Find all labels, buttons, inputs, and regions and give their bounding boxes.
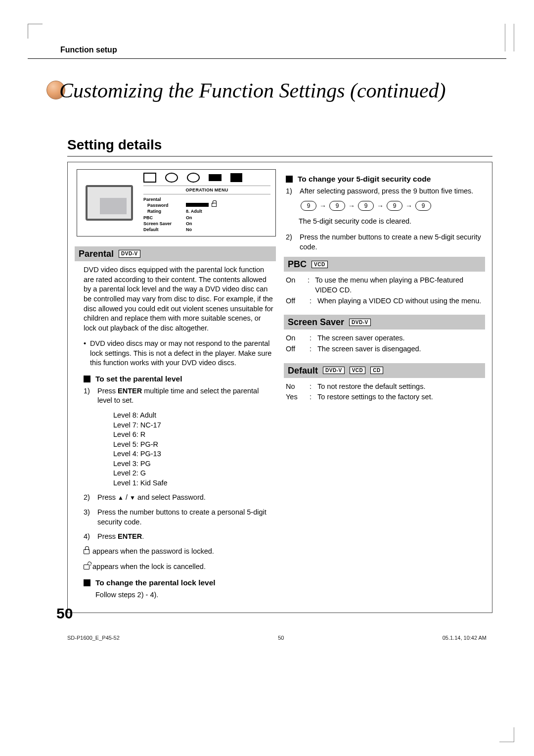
parental-note: DVD video discs may or may not respond t… [84,339,274,368]
osd-menu-title: OPERATION MENU [143,186,270,194]
unlocked-icon [84,565,89,569]
section-label: Function setup [60,46,506,58]
key-sequence: 9→ 9→ 9→ 9→ 9 [301,201,485,211]
lock-icon [212,203,217,207]
footer-timestamp: 05.1.14, 10:42 AM [443,635,487,641]
step-3: 3) Press the number buttons to create a … [84,508,274,527]
title-text: Customizing the Function Settings (conti… [59,79,446,102]
change-security-heading: To change your 5-digit security code [286,174,485,185]
osd-menu-table: Parental Password Rating8. Adult PBCOn S… [143,196,270,233]
step-4: 4) Press ENTER. [84,532,274,542]
step-2: 2) Press ▲ / ▼ and select Password. [84,493,274,503]
default-no: No:To not restore the default settings. [286,382,483,392]
osd-tab-icons [143,173,270,183]
display-icon [209,174,222,181]
parental-levels: Level 8: Adult Level 7: NC-17 Level 6: R… [113,411,274,488]
subheading: Setting details [67,137,506,153]
parental-heading: Parental DVD-V [75,246,276,261]
parental-description: DVD video discs equipped with the parent… [84,265,274,333]
arrow-right-icon: → [319,201,326,211]
osd-screenshot: OPERATION MENU Parental Password Rating8… [77,169,276,236]
ss-on: On:The screen saver operates. [286,333,483,343]
pbc-heading: PBC VCD [284,257,485,272]
square-bullet-icon [286,176,293,183]
dvdv-chip: DVD-V [349,319,371,327]
set-parental-heading: To set the parental level [84,374,276,384]
security-step-2: 2)Press the number buttons to create a n… [286,233,483,252]
target-icon [187,173,200,183]
left-column: OPERATION MENU Parental Password Rating8… [75,169,276,606]
default-heading: Default DVD-V VCD CD [284,363,485,378]
right-column: To change your 5-digit security code 1)A… [284,169,485,606]
security-step-1: 1)After selecting password, press the 9 … [286,187,483,196]
screensaver-heading-text: Screen Saver [288,316,344,328]
change-lock-heading: To change the parental lock level [84,578,276,588]
lock-locked-note: appears when the password is locked. [84,547,274,557]
dvdv-chip: DVD-V [323,367,345,375]
page-title: Customizing the Function Settings (conti… [59,79,506,102]
parental-heading-text: Parental [79,248,114,260]
square-bullet-icon [84,376,90,382]
locked-icon [84,549,89,554]
bullet-icon [84,339,86,368]
default-heading-text: Default [288,365,318,377]
vcd-chip: VCD [350,367,366,375]
arrow-right-icon: → [348,201,355,211]
page-body: Function setup Customizing the Function … [28,24,506,613]
step-1: 1) Press ENTER multiple time and select … [84,386,274,406]
square-bullet-icon [84,579,90,586]
disc-icon [165,173,178,183]
up-arrow-icon: ▲ [118,494,124,501]
change-lock-text: Follow steps 2) - 4). [95,590,274,600]
ss-off: Off:The screen saver is disengaged. [286,344,483,354]
osd-tv-illustration [77,170,141,236]
pbc-off: Off:When playing a VIDEO CD without usin… [286,296,483,306]
crop-mark-br [499,727,514,742]
dvdv-chip: DVD-V [119,250,140,258]
pbc-on: On:To use the menu when playing a PBC-fe… [286,276,483,295]
key-9: 9 [301,201,316,211]
footer: SD-P1600_E_P45-52 50 05.1.14, 10:42 AM [67,635,487,641]
page-number: 50 [56,605,73,622]
subheading-rule [67,156,492,157]
lock-open-note: appears when the lock is cancelled. [84,562,274,572]
pbc-heading-text: PBC [288,258,307,270]
cd-chip: CD [370,367,383,375]
down-arrow-icon: ▼ [130,494,135,501]
security-cleared: The 5-digit security code is cleared. [299,217,483,227]
key-9: 9 [387,201,402,211]
key-9: 9 [358,201,374,211]
language-icon [143,173,156,183]
default-yes: Yes:To restore settings to the factory s… [286,392,483,402]
footer-file: SD-P1600_E_P45-52 [67,635,120,641]
arrow-right-icon: → [405,201,412,211]
key-9: 9 [329,201,345,211]
key-9: 9 [415,201,431,211]
header-rule [28,58,506,59]
arrow-right-icon: → [377,201,384,211]
footer-page: 50 [278,635,284,641]
vcd-chip: VCD [312,261,328,269]
screensaver-heading: Screen Saver DVD-V [284,315,485,330]
content-panel: OPERATION MENU Parental Password Rating8… [67,162,492,613]
operation-icon [230,173,242,182]
